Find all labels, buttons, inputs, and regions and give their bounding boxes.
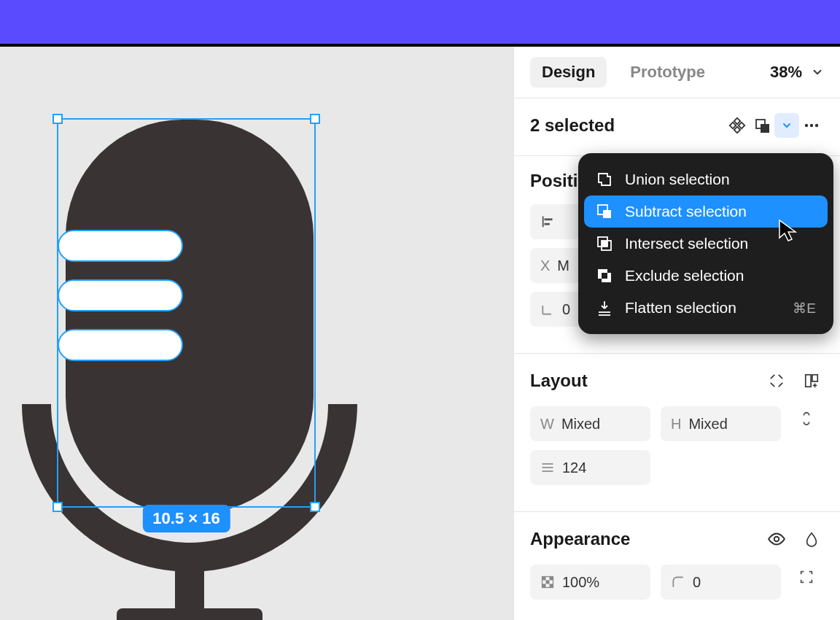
corner-radius-field[interactable]: 0 <box>661 565 781 600</box>
svg-point-14 <box>815 124 818 127</box>
exclude-icon <box>596 267 613 284</box>
chevron-down-icon <box>781 120 793 131</box>
gap-field[interactable]: 124 <box>530 450 650 485</box>
svg-rect-4 <box>175 565 204 616</box>
constrain-proportions-icon[interactable] <box>794 406 819 431</box>
autolayout-add-icon[interactable] <box>799 368 824 393</box>
intersect-icon <box>596 235 613 252</box>
main-area: 10.5 × 16 Design Prototype 38% 2 selecte… <box>0 47 840 620</box>
zoom-control[interactable]: 38% <box>770 63 824 82</box>
selection-section: 2 selected <box>514 98 840 156</box>
selection-dimensions: 10.5 × 16 <box>142 505 230 532</box>
inspector-panel: Design Prototype 38% 2 selected <box>513 47 840 620</box>
svg-rect-17 <box>545 223 550 225</box>
svg-rect-33 <box>603 210 611 218</box>
boolean-dropdown-trigger[interactable] <box>774 113 799 138</box>
svg-rect-9 <box>739 123 744 128</box>
menu-flatten[interactable]: Flatten selection ⌘E <box>584 292 828 324</box>
svg-rect-11 <box>761 124 769 133</box>
svg-point-25 <box>774 537 779 542</box>
svg-point-13 <box>810 124 813 127</box>
svg-rect-36 <box>602 241 607 247</box>
svg-rect-8 <box>730 123 736 128</box>
appearance-title: Appearance <box>530 529 630 549</box>
svg-rect-31 <box>550 584 553 588</box>
opacity-icon <box>540 575 555 589</box>
union-icon <box>596 171 613 188</box>
svg-rect-6 <box>734 118 740 124</box>
svg-rect-19 <box>812 375 817 381</box>
svg-rect-30 <box>542 584 546 588</box>
svg-rect-7 <box>734 127 740 133</box>
svg-rect-18 <box>806 375 811 387</box>
selection-count: 2 selected <box>530 115 615 136</box>
resize-handle-br[interactable] <box>310 502 320 512</box>
svg-rect-5 <box>117 608 262 620</box>
align-left-icon <box>540 214 556 230</box>
selection-bounds[interactable]: 10.5 × 16 <box>57 118 316 508</box>
corner-icon <box>671 575 685 589</box>
cursor-icon <box>778 219 798 244</box>
width-field[interactable]: W Mixed <box>530 406 650 441</box>
zoom-value: 38% <box>770 63 802 82</box>
subtract-icon <box>596 203 613 220</box>
app-titlebar <box>0 0 840 44</box>
flatten-icon <box>596 299 613 317</box>
canvas[interactable]: 10.5 × 16 <box>0 47 513 620</box>
height-field[interactable]: H Mixed <box>661 406 781 441</box>
svg-rect-27 <box>542 577 546 581</box>
resize-handle-bl[interactable] <box>52 502 63 512</box>
resize-handle-tl[interactable] <box>52 114 63 124</box>
component-actions-icon[interactable] <box>725 113 750 138</box>
svg-point-12 <box>805 124 808 127</box>
chevron-down-icon <box>811 66 824 79</box>
autolayout-collapse-icon[interactable] <box>764 368 789 393</box>
individual-corners-icon[interactable] <box>794 565 819 589</box>
tab-prototype[interactable]: Prototype <box>618 57 717 88</box>
svg-rect-39 <box>602 273 607 279</box>
angle-icon <box>540 302 555 317</box>
appearance-section: Appearance 100% 0 <box>514 512 840 620</box>
svg-rect-29 <box>546 581 550 584</box>
layout-section: Layout W Mixed H Mixed <box>514 354 840 512</box>
inspector-tabs: Design Prototype 38% <box>514 47 840 98</box>
gap-icon <box>540 460 555 475</box>
menu-exclude[interactable]: Exclude selection <box>584 260 828 292</box>
boolean-ops-menu: Union selection Subtract selection Inter… <box>578 153 833 334</box>
opacity-field[interactable]: 100% <box>530 565 650 600</box>
boolean-ops-icon[interactable] <box>750 113 774 138</box>
tab-design[interactable]: Design <box>530 57 607 88</box>
resize-handle-tr[interactable] <box>310 114 320 124</box>
svg-rect-16 <box>545 218 553 220</box>
svg-rect-28 <box>550 577 553 581</box>
menu-union[interactable]: Union selection <box>584 163 828 195</box>
layout-title: Layout <box>530 371 588 391</box>
visibility-icon[interactable] <box>764 527 789 551</box>
blend-mode-icon[interactable] <box>799 527 824 551</box>
more-actions-icon[interactable] <box>799 113 824 138</box>
